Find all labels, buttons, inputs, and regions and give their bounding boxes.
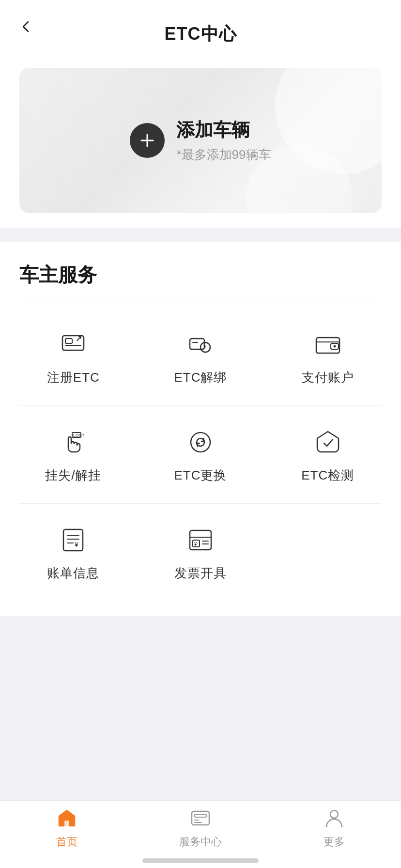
nav-label-service-center: 服务中心 (179, 835, 222, 849)
services-header: 车主服务 (0, 242, 401, 298)
add-vehicle-label: 添加车辆 (176, 118, 271, 142)
svg-rect-16 (63, 529, 83, 551)
service-item-etc-unbind[interactable]: ¥ ETC解绑 (137, 308, 264, 405)
back-button[interactable] (19, 20, 33, 33)
etc-unbind-icon: ¥ (184, 327, 217, 361)
payment-wallet-icon (311, 327, 345, 361)
home-indicator (142, 858, 259, 863)
nav-label-home: 首页 (56, 835, 77, 849)
service-label-etc-replace: ETC更换 (174, 467, 227, 484)
service-item-report-lost[interactable]: LOST 挂失/解挂 (10, 406, 137, 503)
invoice-icon: ¥ (184, 523, 217, 557)
svg-rect-27 (64, 820, 70, 826)
etc-replace-icon (184, 425, 217, 459)
svg-rect-3 (65, 339, 72, 343)
nav-item-service-center[interactable]: 服务中心 (134, 806, 267, 849)
services-section: 车主服务 注册ETC (0, 242, 401, 616)
service-item-etc-detect[interactable]: ETC检测 (264, 406, 391, 503)
svg-rect-29 (195, 814, 206, 817)
nav-item-more[interactable]: 更多 (267, 806, 401, 849)
svg-point-15 (191, 433, 210, 452)
nav-label-more: 更多 (324, 835, 345, 849)
bottom-nav: 首页 服务中心 更多 (0, 800, 401, 868)
add-vehicle-text: 添加车辆 *最多添加99辆车 (176, 118, 271, 163)
service-item-payment-account[interactable]: 支付账户 (264, 308, 391, 405)
service-item-register-etc[interactable]: 注册ETC (10, 308, 137, 405)
services-title: 车主服务 (19, 264, 97, 285)
hand-lost-icon: LOST (56, 425, 90, 459)
service-label-bill-info: 账单信息 (47, 565, 99, 582)
nav-item-home[interactable]: 首页 (0, 806, 134, 849)
services-grid: 注册ETC ¥ ETC解绑 (0, 298, 401, 616)
add-vehicle-sublabel: *最多添加99辆车 (176, 146, 271, 163)
svg-point-32 (330, 810, 338, 818)
bill-icon: ¥ (56, 523, 90, 557)
service-label-payment-account: 支付账户 (302, 369, 354, 386)
service-label-etc-unbind: ETC解绑 (174, 369, 227, 386)
service-label-invoice: 发票开具 (174, 565, 227, 582)
page-title: ETC中心 (165, 22, 237, 46)
service-label-report-lost: 挂失/解挂 (45, 467, 101, 484)
svg-text:¥: ¥ (74, 541, 78, 548)
service-label-etc-detect: ETC检测 (301, 467, 354, 484)
header: ETC中心 (0, 0, 401, 53)
service-item-bill-info[interactable]: ¥ 账单信息 (10, 504, 137, 601)
svg-text:LOST: LOST (73, 433, 85, 438)
service-center-icon (188, 806, 213, 831)
service-item-invoice[interactable]: ¥ 发票开具 (137, 504, 264, 601)
service-label-register-etc: 注册ETC (47, 369, 100, 386)
service-item-empty (264, 504, 391, 601)
svg-rect-9 (316, 338, 339, 353)
home-icon (54, 806, 79, 831)
service-item-etc-replace[interactable]: ETC更换 (137, 406, 264, 503)
person-icon (322, 806, 347, 831)
svg-text:¥: ¥ (203, 344, 207, 351)
etc-detect-icon (311, 425, 345, 459)
card-section: 添加车辆 *最多添加99辆车 (0, 53, 401, 228)
vehicle-card[interactable]: 添加车辆 *最多添加99辆车 (19, 68, 382, 213)
svg-text:¥: ¥ (194, 542, 197, 547)
etc-register-icon (56, 327, 90, 361)
svg-point-11 (333, 345, 336, 348)
add-vehicle-button[interactable] (130, 123, 165, 158)
